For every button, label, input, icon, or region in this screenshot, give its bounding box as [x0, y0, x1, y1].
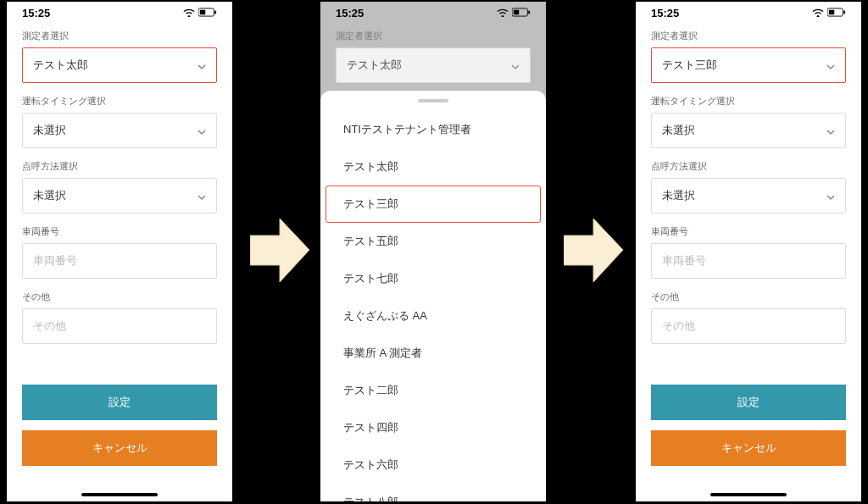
- chevron-down-icon: [511, 61, 520, 69]
- vehicle-label: 車両番号: [651, 225, 846, 238]
- method-select[interactable]: 未選択: [651, 178, 846, 213]
- phone-screen-1: 15:25 測定者選択 テスト太郎 運転タイミング選択 未選択 点呼方法選択 未…: [7, 2, 232, 501]
- picker-option[interactable]: テスト三郎: [326, 186, 541, 223]
- status-time: 15:25: [22, 7, 50, 19]
- chevron-down-icon: [826, 191, 835, 200]
- wifi-icon: [812, 7, 824, 19]
- status-bar: 15:25: [636, 2, 861, 21]
- picker-option[interactable]: テスト五郎: [326, 223, 541, 260]
- measurer-select[interactable]: テスト三郎: [651, 47, 846, 83]
- measurer-select[interactable]: テスト太郎: [22, 47, 217, 83]
- picker-option[interactable]: テスト太郎: [326, 148, 541, 186]
- vehicle-placeholder: 車両番号: [662, 253, 706, 269]
- home-indicator[interactable]: [710, 493, 787, 496]
- chevron-down-icon: [198, 191, 206, 200]
- sheet-grabber[interactable]: [418, 99, 448, 102]
- chevron-down-icon: [826, 126, 835, 135]
- picker-option[interactable]: NTIテストテナント管理者: [326, 111, 541, 148]
- measurer-select: テスト太郎: [336, 47, 531, 83]
- wifi-icon: [183, 7, 195, 19]
- phone-screen-3: 15:25 測定者選択 テスト三郎 運転タイミング選択 未選択 点呼方法選択 未…: [636, 2, 861, 501]
- measurer-label: 測定者選択: [651, 30, 846, 42]
- measurer-label: 測定者選択: [336, 30, 531, 42]
- vehicle-input[interactable]: 車両番号: [22, 243, 217, 279]
- method-label: 点呼方法選択: [22, 160, 217, 173]
- status-icons: [180, 7, 217, 19]
- status-bar: 15:25: [7, 2, 232, 21]
- other-input[interactable]: その他: [651, 308, 846, 344]
- method-select[interactable]: 未選択: [22, 178, 217, 213]
- method-value: 未選択: [33, 188, 66, 203]
- svg-rect-22: [829, 10, 834, 15]
- phone-screen-2: 15:25 測定者選択 テスト太郎 NTIテストテナント管理者 テスト太郎 テス…: [320, 2, 546, 501]
- picker-option[interactable]: テスト八郎: [326, 484, 541, 501]
- timing-label: 運転タイミング選択: [651, 95, 846, 108]
- measurer-value: テスト太郎: [347, 58, 402, 73]
- other-placeholder: その他: [662, 318, 695, 334]
- svg-rect-6: [200, 10, 205, 15]
- status-icons: [809, 7, 846, 19]
- arrow-icon: [250, 219, 309, 282]
- other-label: その他: [651, 291, 846, 303]
- cancel-button[interactable]: キャンセル: [651, 430, 846, 466]
- chevron-down-icon: [826, 61, 835, 69]
- picker-sheet: NTIテストテナント管理者 テスト太郎 テスト三郎 テスト五郎 テスト七郎 えぐ…: [320, 91, 546, 501]
- measurer-value: テスト太郎: [33, 58, 88, 73]
- method-label: 点呼方法選択: [651, 160, 846, 173]
- set-button[interactable]: 設定: [22, 385, 217, 420]
- arrow-icon: [564, 219, 623, 282]
- status-time: 15:25: [651, 7, 679, 19]
- picker-option[interactable]: テスト六郎: [326, 446, 541, 484]
- picker-option[interactable]: テスト二郎: [326, 372, 541, 409]
- timing-value: 未選択: [662, 123, 695, 138]
- svg-rect-23: [843, 11, 845, 14]
- timing-select[interactable]: 未選択: [22, 113, 217, 148]
- measurer-value: テスト三郎: [662, 58, 717, 73]
- svg-rect-7: [214, 11, 216, 14]
- measurer-label: 測定者選択: [22, 30, 217, 42]
- other-label: その他: [22, 291, 217, 303]
- home-indicator[interactable]: [81, 493, 158, 496]
- other-input[interactable]: その他: [22, 308, 217, 344]
- battery-icon: [198, 7, 217, 19]
- other-placeholder: その他: [33, 318, 66, 334]
- vehicle-placeholder: 車両番号: [33, 253, 77, 269]
- vehicle-input[interactable]: 車両番号: [651, 243, 846, 279]
- set-button[interactable]: 設定: [651, 385, 846, 420]
- picker-option[interactable]: えぐざんぷる AA: [326, 297, 541, 335]
- cancel-button[interactable]: キャンセル: [22, 430, 217, 466]
- picker-option[interactable]: 事業所 A 測定者: [326, 335, 541, 372]
- chevron-down-icon: [198, 126, 206, 135]
- timing-select[interactable]: 未選択: [651, 113, 846, 148]
- picker-option[interactable]: テスト四郎: [326, 409, 541, 446]
- picker-option[interactable]: テスト七郎: [326, 260, 541, 297]
- timing-value: 未選択: [33, 123, 66, 138]
- vehicle-label: 車両番号: [22, 225, 217, 238]
- method-value: 未選択: [662, 188, 695, 203]
- chevron-down-icon: [198, 61, 206, 69]
- timing-label: 運転タイミング選択: [22, 95, 217, 108]
- battery-icon: [827, 7, 846, 19]
